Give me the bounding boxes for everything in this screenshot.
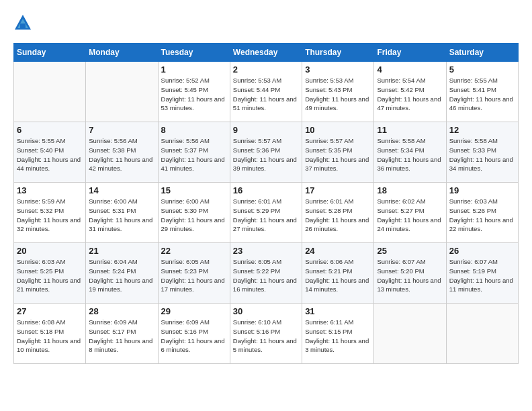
day-info: Sunrise: 5:57 AMSunset: 5:36 PMDaylight:…	[233, 136, 299, 173]
calendar-cell: 24Sunrise: 6:06 AMSunset: 5:21 PMDayligh…	[302, 243, 374, 304]
weekday-header-sunday: Sunday	[14, 44, 86, 62]
day-info: Sunrise: 5:54 AMSunset: 5:42 PMDaylight:…	[377, 76, 443, 113]
calendar-cell: 6Sunrise: 5:55 AMSunset: 5:40 PMDaylight…	[14, 122, 86, 183]
day-info: Sunrise: 6:09 AMSunset: 5:17 PMDaylight:…	[89, 318, 154, 355]
day-info: Sunrise: 6:09 AMSunset: 5:16 PMDaylight:…	[161, 318, 227, 355]
calendar-cell: 31Sunrise: 6:11 AMSunset: 5:15 PMDayligh…	[302, 304, 374, 364]
day-info: Sunrise: 5:57 AMSunset: 5:35 PMDaylight:…	[305, 136, 371, 173]
calendar-table: SundayMondayTuesdayWednesdayThursdayFrid…	[13, 43, 519, 364]
calendar-cell: 7Sunrise: 5:56 AMSunset: 5:38 PMDaylight…	[86, 122, 158, 183]
day-number: 11	[377, 125, 443, 135]
calendar-cell: 2Sunrise: 5:53 AMSunset: 5:44 PMDaylight…	[230, 62, 302, 122]
day-number: 17	[305, 185, 371, 195]
day-number: 1	[161, 64, 227, 75]
calendar-cell: 14Sunrise: 6:00 AMSunset: 5:31 PMDayligh…	[86, 183, 158, 243]
day-number: 18	[377, 185, 443, 195]
calendar-cell: 10Sunrise: 5:57 AMSunset: 5:35 PMDayligh…	[302, 122, 374, 183]
day-number: 25	[377, 246, 443, 256]
day-info: Sunrise: 6:05 AMSunset: 5:23 PMDaylight:…	[161, 257, 227, 294]
logo-icon	[13, 13, 32, 32]
day-info: Sunrise: 5:55 AMSunset: 5:40 PMDaylight:…	[17, 136, 83, 173]
calendar-cell: 21Sunrise: 6:04 AMSunset: 5:24 PMDayligh…	[86, 243, 158, 304]
calendar-cell: 17Sunrise: 6:01 AMSunset: 5:28 PMDayligh…	[302, 183, 374, 243]
day-number: 26	[449, 246, 515, 256]
day-info: Sunrise: 6:00 AMSunset: 5:31 PMDaylight:…	[89, 197, 154, 234]
day-info: Sunrise: 5:58 AMSunset: 5:33 PMDaylight:…	[449, 136, 515, 173]
weekday-header-saturday: Saturday	[446, 44, 518, 62]
calendar-cell: 8Sunrise: 5:56 AMSunset: 5:37 PMDaylight…	[158, 122, 230, 183]
day-number: 20	[17, 246, 83, 256]
day-info: Sunrise: 5:52 AMSunset: 5:45 PMDaylight:…	[161, 76, 227, 113]
day-number: 23	[233, 246, 299, 256]
calendar-cell: 29Sunrise: 6:09 AMSunset: 5:16 PMDayligh…	[158, 304, 230, 364]
calendar-cell: 3Sunrise: 5:53 AMSunset: 5:43 PMDaylight…	[302, 62, 374, 122]
day-number: 29	[161, 306, 227, 316]
day-info: Sunrise: 5:56 AMSunset: 5:38 PMDaylight:…	[89, 136, 154, 173]
day-info: Sunrise: 6:08 AMSunset: 5:18 PMDaylight:…	[17, 318, 83, 355]
calendar-cell: 9Sunrise: 5:57 AMSunset: 5:36 PMDaylight…	[230, 122, 302, 183]
day-info: Sunrise: 6:03 AMSunset: 5:25 PMDaylight:…	[17, 257, 83, 294]
day-info: Sunrise: 6:07 AMSunset: 5:19 PMDaylight:…	[449, 257, 515, 294]
day-number: 19	[449, 185, 515, 195]
calendar-cell: 5Sunrise: 5:55 AMSunset: 5:41 PMDaylight…	[446, 62, 518, 122]
calendar-cell: 12Sunrise: 5:58 AMSunset: 5:33 PMDayligh…	[446, 122, 518, 183]
day-number: 27	[17, 306, 83, 316]
day-info: Sunrise: 6:11 AMSunset: 5:15 PMDaylight:…	[305, 318, 371, 355]
calendar-cell: 18Sunrise: 6:02 AMSunset: 5:27 PMDayligh…	[374, 183, 446, 243]
day-info: Sunrise: 5:53 AMSunset: 5:43 PMDaylight:…	[305, 76, 371, 113]
calendar-cell: 27Sunrise: 6:08 AMSunset: 5:18 PMDayligh…	[14, 304, 86, 364]
day-number: 15	[161, 185, 227, 195]
day-number: 31	[305, 306, 371, 316]
day-info: Sunrise: 6:03 AMSunset: 5:26 PMDaylight:…	[449, 197, 515, 234]
day-number: 14	[89, 185, 154, 195]
day-number: 22	[161, 246, 227, 256]
calendar-cell	[446, 304, 518, 364]
day-number: 2	[233, 64, 299, 75]
day-info: Sunrise: 6:00 AMSunset: 5:30 PMDaylight:…	[161, 197, 227, 234]
calendar-cell: 4Sunrise: 5:54 AMSunset: 5:42 PMDaylight…	[374, 62, 446, 122]
weekday-header-monday: Monday	[86, 44, 158, 62]
calendar-cell: 11Sunrise: 5:58 AMSunset: 5:34 PMDayligh…	[374, 122, 446, 183]
day-info: Sunrise: 6:01 AMSunset: 5:29 PMDaylight:…	[233, 197, 299, 234]
calendar-cell	[14, 62, 86, 122]
page-header	[13, 13, 519, 32]
calendar-cell: 25Sunrise: 6:07 AMSunset: 5:20 PMDayligh…	[374, 243, 446, 304]
day-number: 30	[233, 306, 299, 316]
day-info: Sunrise: 6:02 AMSunset: 5:27 PMDaylight:…	[377, 197, 443, 234]
day-info: Sunrise: 5:55 AMSunset: 5:41 PMDaylight:…	[449, 76, 515, 113]
day-info: Sunrise: 6:01 AMSunset: 5:28 PMDaylight:…	[305, 197, 371, 234]
calendar-cell: 26Sunrise: 6:07 AMSunset: 5:19 PMDayligh…	[446, 243, 518, 304]
day-number: 6	[17, 125, 83, 135]
weekday-header-thursday: Thursday	[302, 44, 374, 62]
day-number: 24	[305, 246, 371, 256]
weekday-header-friday: Friday	[374, 44, 446, 62]
day-number: 10	[305, 125, 371, 135]
calendar-cell: 30Sunrise: 6:10 AMSunset: 5:16 PMDayligh…	[230, 304, 302, 364]
calendar-cell: 1Sunrise: 5:52 AMSunset: 5:45 PMDaylight…	[158, 62, 230, 122]
day-info: Sunrise: 6:10 AMSunset: 5:16 PMDaylight:…	[233, 318, 299, 355]
day-info: Sunrise: 5:53 AMSunset: 5:44 PMDaylight:…	[233, 76, 299, 113]
day-number: 7	[89, 125, 154, 135]
day-number: 8	[161, 125, 227, 135]
svg-rect-2	[20, 24, 26, 28]
day-info: Sunrise: 5:56 AMSunset: 5:37 PMDaylight:…	[161, 136, 227, 173]
day-number: 21	[89, 246, 154, 256]
calendar-cell: 22Sunrise: 6:05 AMSunset: 5:23 PMDayligh…	[158, 243, 230, 304]
day-number: 9	[233, 125, 299, 135]
day-info: Sunrise: 5:59 AMSunset: 5:32 PMDaylight:…	[17, 197, 83, 234]
calendar-cell: 20Sunrise: 6:03 AMSunset: 5:25 PMDayligh…	[14, 243, 86, 304]
day-info: Sunrise: 5:58 AMSunset: 5:34 PMDaylight:…	[377, 136, 443, 173]
day-number: 5	[449, 64, 515, 75]
day-number: 12	[449, 125, 515, 135]
logo	[13, 13, 35, 32]
day-number: 3	[305, 64, 371, 75]
calendar-cell	[86, 62, 158, 122]
day-number: 4	[377, 64, 443, 75]
day-info: Sunrise: 6:05 AMSunset: 5:22 PMDaylight:…	[233, 257, 299, 294]
calendar-cell: 28Sunrise: 6:09 AMSunset: 5:17 PMDayligh…	[86, 304, 158, 364]
calendar-cell: 19Sunrise: 6:03 AMSunset: 5:26 PMDayligh…	[446, 183, 518, 243]
calendar-cell: 15Sunrise: 6:00 AMSunset: 5:30 PMDayligh…	[158, 183, 230, 243]
day-number: 28	[89, 306, 154, 316]
calendar-cell: 23Sunrise: 6:05 AMSunset: 5:22 PMDayligh…	[230, 243, 302, 304]
day-info: Sunrise: 6:06 AMSunset: 5:21 PMDaylight:…	[305, 257, 371, 294]
